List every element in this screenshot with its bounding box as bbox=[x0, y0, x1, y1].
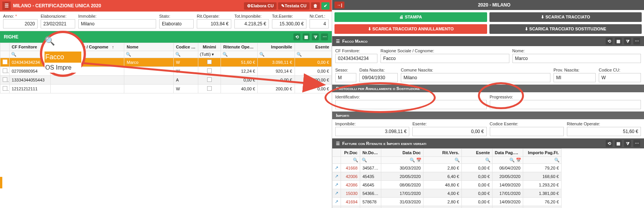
fc-datadoc[interactable]: Data Doc bbox=[381, 149, 423, 157]
col-cf[interactable]: CF Fornitore bbox=[9, 43, 50, 51]
table-row[interactable]: ↗ 416606735676357523/03/2020 16,00 €0,00… bbox=[333, 206, 644, 208]
stampa-button[interactable]: 🖨 STAMPA bbox=[334, 12, 487, 22]
refresh-icon[interactable]: ⟲ bbox=[606, 140, 613, 147]
filter-cf[interactable]: 🔍 bbox=[9, 51, 50, 58]
codes-v[interactable] bbox=[490, 127, 564, 136]
fc-datapag[interactable]: Data Pag.Ft. ↓2 bbox=[492, 149, 523, 157]
fc-esente[interactable]: Esente bbox=[462, 149, 492, 157]
righe-header: RIGHE ⟲ ▦ ⧩ ⋯ bbox=[0, 31, 332, 43]
filter-icon[interactable]: ⧩ bbox=[624, 38, 631, 45]
immobile-label: Immobile: bbox=[78, 14, 156, 18]
refresh-icon[interactable]: ⟲ bbox=[606, 38, 613, 45]
filter-icon[interactable]: ⧩ bbox=[624, 140, 631, 147]
nrcert-value[interactable]: 4 bbox=[310, 19, 329, 28]
d-sex-v[interactable]: M bbox=[335, 73, 356, 82]
table-row[interactable]: 13334344055443A 0,00 €0,00 €15.300,00 € bbox=[0, 76, 332, 85]
totes-value[interactable]: 15.300,00 € bbox=[272, 19, 306, 28]
d-com-v[interactable]: Milano bbox=[401, 73, 550, 82]
d-prov-l: Prov. Nascita: bbox=[553, 68, 596, 72]
orange-strip bbox=[0, 177, 2, 188]
filter-nome[interactable]: 🔍 bbox=[124, 51, 173, 58]
table-row[interactable]: ↗ 4169457867831/03/2020 2,80 €0,00 €14/0… bbox=[333, 198, 644, 206]
table-row[interactable]: ↗ 150305436654617/01/2020 4,00 €0,00 €17… bbox=[333, 189, 644, 198]
elab-value[interactable]: 23/02/2021 bbox=[41, 19, 75, 28]
fc-prdoc[interactable]: Pr.Doc bbox=[341, 149, 360, 157]
d-nome-l: Nome: bbox=[512, 48, 641, 53]
refresh-icon[interactable]: ⟲ bbox=[293, 33, 300, 40]
ritop-v[interactable]: 51,60 € bbox=[567, 127, 641, 136]
prog-v[interactable] bbox=[490, 100, 641, 109]
confirm-button[interactable]: ✔ bbox=[321, 2, 329, 10]
col-rit[interactable]: Ritenute Operate bbox=[221, 43, 257, 51]
d-rag-v[interactable]: Facco bbox=[380, 54, 509, 63]
rit-value[interactable]: 103,84 € bbox=[197, 19, 231, 28]
anno-value[interactable]: 2020 bbox=[3, 19, 38, 28]
d-rag-l: Ragione Sociale / Cognome: bbox=[380, 48, 509, 53]
testata-label: Testata CU bbox=[285, 3, 306, 8]
fc-nrdoc[interactable]: Nr.Doc ↑1 bbox=[360, 149, 381, 157]
grid-icon[interactable]: ▦ bbox=[303, 33, 310, 40]
scarica-button[interactable]: ⬇ SCARICA TRACCIATO bbox=[489, 12, 642, 22]
es-v[interactable]: 0,00 € bbox=[412, 127, 486, 136]
d-cf-v[interactable]: 024343434234 bbox=[335, 54, 377, 63]
filter-esente[interactable]: 🔍 bbox=[295, 51, 331, 58]
elabora-cu-button[interactable]: ⚙ Elabora CU bbox=[244, 2, 277, 10]
stato-value[interactable]: Elaborato bbox=[159, 19, 194, 28]
open-link-icon[interactable]: ↗ bbox=[335, 174, 338, 178]
d-codcu-v[interactable]: W bbox=[599, 73, 641, 82]
filter-icon[interactable]: ⧩ bbox=[312, 33, 319, 40]
open-link-icon[interactable]: ↗ bbox=[335, 165, 338, 170]
d-dn-l: Data Nascita: bbox=[359, 68, 398, 72]
table-row[interactable]: 024343434234FaccoMarcoW 51,60 €3.098,11 … bbox=[0, 58, 332, 67]
filter-minimi[interactable]: (Tutti) ▾ bbox=[198, 51, 221, 58]
more-icon[interactable]: ⋯ bbox=[633, 38, 640, 45]
col-esente[interactable]: Esente bbox=[295, 43, 331, 51]
imp-v[interactable]: 3.098,11 € bbox=[335, 127, 409, 136]
col-imp[interactable]: Imponibile bbox=[258, 43, 295, 51]
more-icon[interactable]: ⋯ bbox=[321, 33, 328, 40]
left-header: ☰ MILANO - CERTIFICAZIONE UNICA 2020 ⚙ E… bbox=[0, 0, 332, 12]
col-check[interactable] bbox=[0, 43, 10, 51]
annull-button[interactable]: ⬇ SCARICA TRACCIATO ANNULLAMENTO bbox=[334, 24, 487, 34]
col-nome[interactable]: Nome bbox=[124, 43, 173, 51]
righe-grid[interactable]: CF Fornitore Ragione Sociale / Cognome ↑… bbox=[0, 43, 332, 208]
ident-v[interactable] bbox=[335, 100, 487, 109]
immobile-value[interactable]: Milano bbox=[78, 19, 156, 28]
left-panel: ☰ MILANO - CERTIFICAZIONE UNICA 2020 ⚙ E… bbox=[0, 0, 332, 208]
open-link-icon[interactable]: ↗ bbox=[335, 191, 338, 195]
open-link-icon[interactable]: ↗ bbox=[335, 182, 338, 187]
totimp-value[interactable]: 4.218,25 € bbox=[234, 19, 269, 28]
open-link-icon[interactable]: ↗ bbox=[335, 199, 338, 204]
grid-icon[interactable]: ▦ bbox=[615, 140, 622, 147]
filter-codice[interactable]: 🔍 bbox=[173, 51, 198, 58]
rit-label: Rit.Operate: bbox=[197, 14, 231, 18]
sost-button[interactable]: ⬇ SCARICA TRACCIATO SOSTITUZIONE bbox=[489, 24, 642, 34]
table-row[interactable]: 12121212111W 40,00 €200,00 €0,00 € bbox=[0, 85, 332, 93]
more-icon[interactable]: ⋯ bbox=[633, 140, 640, 147]
filter-rit[interactable]: 🔍 bbox=[221, 51, 257, 58]
col-codice[interactable]: Codice CU bbox=[173, 43, 198, 51]
table-row[interactable]: ↗ 416683456789030/03/2020 2,80 €0,00 €06… bbox=[333, 164, 644, 172]
ident-l: Identificativo: bbox=[335, 95, 487, 99]
table-row[interactable]: ↗ 420864564508/06/2020 48,80 €0,00 €14/0… bbox=[333, 181, 644, 189]
fc-importo[interactable]: Importo Pag.Ft. bbox=[523, 149, 562, 157]
detail-title: Facco Marco bbox=[342, 39, 367, 43]
fatture-grid[interactable]: Pr.Doc Nr.Doc ↑1 Data Doc Rit.Vers. Esen… bbox=[332, 148, 644, 208]
d-nome-v[interactable]: Marco bbox=[512, 54, 641, 63]
table-row[interactable]: 02709880954W 12,24 €920,14 €0,00 € bbox=[0, 67, 332, 76]
delete-button[interactable]: 🗑 bbox=[311, 2, 320, 9]
right-panel: →| 2020 - MILANO 🖨 STAMPA ⬇ SCARICA TRAC… bbox=[332, 0, 644, 208]
testata-cu-button[interactable]: ✎ Testata CU bbox=[278, 2, 310, 10]
btn-row-2: ⬇ SCARICA TRACCIATO ANNULLAMENTO ⬇ SCARI… bbox=[332, 24, 644, 36]
d-dn-v[interactable]: 09/04/1930 bbox=[359, 73, 398, 82]
table-row[interactable]: ↗ 420064543520/05/2020 6,40 €0,00 €20/05… bbox=[333, 172, 644, 181]
col-minimi[interactable]: Minimi bbox=[198, 43, 221, 51]
grid-icon[interactable]: ▦ bbox=[615, 38, 622, 45]
fc-ritvers[interactable]: Rit.Vers. bbox=[423, 149, 462, 157]
collapse-button[interactable]: →| bbox=[334, 2, 344, 8]
col-cognome[interactable]: Ragione Sociale / Cognome ↑ bbox=[50, 43, 124, 51]
filter-imp[interactable]: 🔍 bbox=[258, 51, 295, 58]
filter-cognome[interactable]: 🔍 bbox=[50, 51, 124, 58]
d-prov-v[interactable]: MI bbox=[553, 73, 596, 82]
menu-icon[interactable]: ☰ bbox=[2, 2, 11, 10]
